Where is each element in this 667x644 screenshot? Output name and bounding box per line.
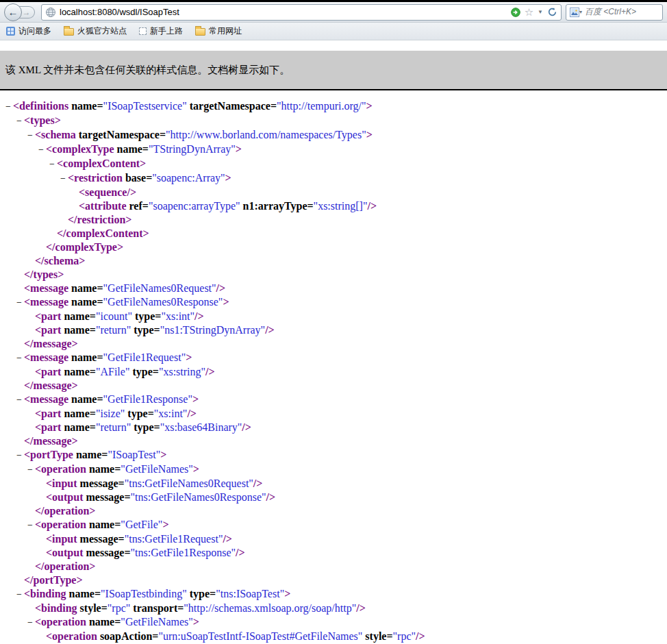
- xml-bracket: >: [366, 100, 373, 112]
- xml-bracket: />: [416, 630, 425, 642]
- xml-line: −<portType name="ISoapTest">: [0, 448, 667, 462]
- xml-tag: <message: [24, 282, 68, 294]
- search-bar[interactable]: ▾ 百度 <Ctrl+K>: [566, 4, 663, 21]
- urlbar-dropdown-icon[interactable]: ▼: [538, 10, 543, 15]
- collapse-toggle[interactable]: −: [16, 114, 24, 128]
- page-top-gap: [0, 40, 667, 51]
- xml-tag: <complexContent: [57, 158, 140, 169]
- xml-attr-name: message=: [77, 478, 125, 489]
- xml-bracket: >: [79, 255, 85, 267]
- collapse-toggle[interactable]: −: [5, 100, 13, 114]
- xml-attr-name: name=: [61, 421, 95, 433]
- xml-bracket: >: [223, 296, 229, 308]
- back-button[interactable]: ←: [4, 3, 22, 21]
- xml-line: <sequence/>: [0, 186, 667, 199]
- xml-attr-name: message=: [77, 533, 125, 545]
- xml-line: −<binding name="ISoapTestbinding" type="…: [0, 587, 667, 602]
- reload-icon[interactable]: [547, 7, 557, 17]
- xml-bracket: >: [193, 463, 199, 475]
- collapse-toggle[interactable]: −: [16, 351, 24, 365]
- collapse-toggle[interactable]: −: [49, 158, 57, 171]
- xml-line: </complexContent>: [0, 227, 667, 240]
- xml-tag: </message: [24, 338, 72, 349]
- xml-line: </message>: [0, 434, 667, 448]
- xml-bracket: />: [253, 478, 263, 489]
- xml-bracket: >: [55, 114, 61, 126]
- search-input[interactable]: 百度 <Ctrl+K>: [585, 6, 636, 18]
- xml-bracket: >: [193, 616, 199, 628]
- collapse-toggle[interactable]: −: [60, 172, 68, 186]
- xml-tag: <attribute: [79, 200, 127, 212]
- xml-attr-value: "xs:int": [161, 310, 194, 322]
- xml-tag: <operation: [46, 630, 97, 642]
- collapse-toggle[interactable]: −: [16, 588, 24, 602]
- most-visited-icon: [6, 27, 15, 36]
- collapse-toggle[interactable]: −: [16, 296, 24, 310]
- collapse-toggle[interactable]: −: [16, 393, 24, 407]
- xml-line: <attribute ref="soapenc:arrayType" n1:ar…: [0, 199, 667, 213]
- collapse-toggle[interactable]: −: [16, 449, 24, 462]
- xml-bracket: />: [265, 324, 275, 336]
- bookmark-label: 访问最多: [18, 25, 51, 37]
- bookmark-star-icon[interactable]: ☆: [525, 7, 533, 17]
- xml-tag: <schema: [35, 129, 76, 140]
- xml-attr-value: "rpc": [393, 630, 416, 642]
- xml-attr-name: type=: [132, 310, 161, 322]
- xml-attr-name: message=: [83, 547, 130, 558]
- xml-attr-value: "return": [96, 324, 131, 336]
- xml-line: −<operation name="GetFileNames">: [0, 615, 667, 630]
- xml-bracket: />: [187, 408, 197, 419]
- xml-attr-value: "soapenc:Array": [152, 172, 225, 184]
- url-input[interactable]: localhost:8080/wsdl/ISoapTest: [60, 7, 511, 17]
- collapse-toggle[interactable]: −: [27, 519, 35, 532]
- xml-tree: −<definitions name="ISoapTestservice" ta…: [0, 90, 667, 644]
- xml-attr-value: "GetFileNames0Response": [103, 296, 223, 308]
- search-engine-dropdown-icon[interactable]: ▾: [579, 10, 582, 15]
- collapse-toggle[interactable]: −: [38, 143, 46, 157]
- bookmark-item-getting-started[interactable]: 新手上路: [139, 25, 183, 37]
- xml-bracket: >: [89, 560, 95, 572]
- xml-line: <part name="return" type="xs:base64Binar…: [0, 421, 667, 434]
- xml-bracket: >: [117, 241, 123, 253]
- collapse-toggle[interactable]: −: [27, 616, 35, 630]
- xml-line: </schema>: [0, 254, 667, 268]
- xml-line: −<complexContent>: [0, 157, 667, 171]
- xml-attr-name: name=: [86, 463, 121, 475]
- xml-attr-name: targetNamespace=: [187, 100, 277, 112]
- xml-bracket: />: [127, 186, 136, 198]
- xml-bracket: />: [205, 366, 215, 377]
- bookmark-item-common-sites[interactable]: 常用网址: [195, 25, 242, 37]
- xml-bracket: >: [143, 227, 149, 239]
- xml-line: <part name="icount" type="xs:int"/>: [0, 310, 667, 323]
- xml-attr-value: "GetFileNames0Request": [103, 282, 216, 294]
- xml-attr-value: "xs:base64Binary": [160, 421, 242, 433]
- xml-attr-name: type=: [129, 366, 158, 377]
- xml-attr-name: style=: [362, 630, 392, 642]
- xml-attr-value: "AFile": [96, 366, 130, 377]
- back-icon: ←: [8, 6, 18, 18]
- placeholder-favicon-icon: [139, 27, 147, 35]
- green-arrow-icon[interactable]: [511, 8, 520, 17]
- xml-attr-name: name=: [61, 408, 95, 419]
- xml-line: −<message name="GetFile1Request">: [0, 351, 667, 365]
- xml-line: <part name="return" type="ns1:TStringDyn…: [0, 323, 667, 337]
- collapse-toggle[interactable]: −: [27, 129, 35, 143]
- xml-bracket: >: [160, 449, 166, 460]
- bookmark-item-most-visited[interactable]: 访问最多: [6, 25, 51, 37]
- xml-bracket: />: [266, 491, 276, 503]
- bookmark-item-firefox-official[interactable]: 火狐官方站点: [64, 25, 127, 37]
- xml-line: </message>: [0, 337, 667, 351]
- xml-tag: </operation: [35, 505, 89, 517]
- xml-line: </portType>: [0, 573, 667, 587]
- xml-attr-name: base=: [123, 172, 152, 184]
- bookmarks-toolbar: 访问最多 火狐官方站点 新手上路 常用网址: [0, 23, 667, 40]
- xml-line: −<message name="GetFileNames0Response">: [0, 295, 667, 310]
- xml-attr-value: "xs:int": [154, 408, 188, 419]
- url-bar[interactable]: localhost:8080/wsdl/ISoapTest ☆ ▼: [41, 4, 562, 21]
- search-engine-icon[interactable]: [570, 8, 579, 17]
- xml-tag: </complexContent: [57, 227, 143, 239]
- xml-tag: <part: [35, 421, 61, 433]
- xml-tag: </portType: [24, 574, 76, 586]
- collapse-toggle[interactable]: −: [27, 463, 35, 477]
- bookmark-label: 常用网址: [209, 25, 242, 37]
